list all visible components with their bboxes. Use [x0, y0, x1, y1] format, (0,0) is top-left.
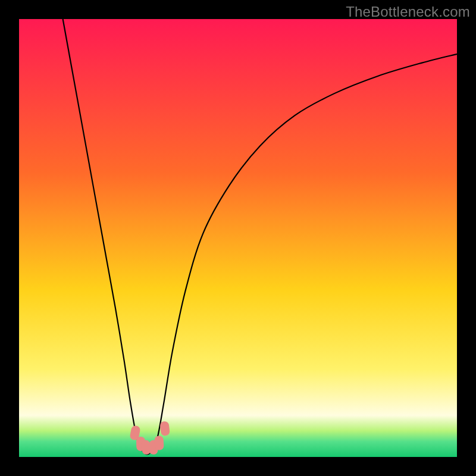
trough-marker: [159, 421, 170, 436]
bottleneck-curve: [63, 19, 457, 454]
trough-marker: [154, 436, 164, 450]
curve-group: [63, 19, 457, 454]
watermark-text: TheBottleneck.com: [346, 4, 470, 20]
marker-group: [129, 421, 170, 455]
chart-overlay: [19, 19, 457, 457]
